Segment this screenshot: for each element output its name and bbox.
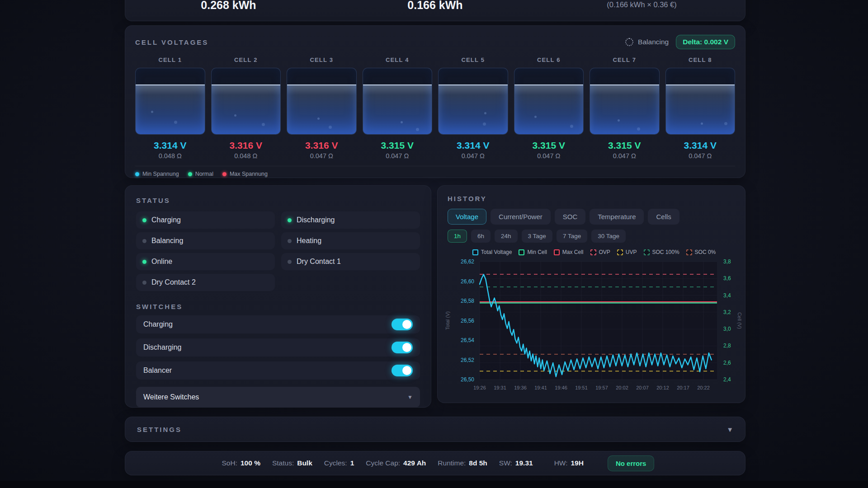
status-panel: STATUS ChargingDischargingBalancingHeati… — [125, 185, 431, 408]
more-switches-expander[interactable]: Weitere Switches ▼ — [136, 387, 420, 408]
tab-temperature[interactable]: Temperature — [590, 209, 644, 225]
cell-legend: Min SpannungNormalMax Spannung — [135, 166, 735, 177]
footer-stat-value: Bulk — [297, 459, 312, 467]
cell-item: CELL 13.314 V0.048 Ω — [135, 56, 205, 160]
history-tabs: VoltageCurrent/PowerSOCTemperatureCells — [448, 209, 745, 225]
bubble — [484, 112, 486, 114]
range-1h[interactable]: 1h — [448, 230, 467, 243]
svg-text:19:36: 19:36 — [514, 385, 527, 390]
status-label: Dry Contact 2 — [151, 278, 196, 286]
chart-legend-item: UVP — [617, 249, 637, 255]
footer-stat: Cycles:1 — [324, 459, 354, 467]
status-grid: ChargingDischargingBalancingHeatingOnlin… — [136, 211, 420, 291]
cell-voltages-title: CELL VOLTAGES — [135, 38, 208, 46]
top-stat-col-1: 0.268 kWh — [125, 0, 332, 21]
legend-label: Normal — [195, 171, 213, 177]
svg-text:20:22: 20:22 — [697, 385, 710, 390]
svg-text:3,6: 3,6 — [723, 275, 731, 282]
top-stat-col-3: (0.166 kWh × 0.36 €) — [538, 0, 745, 21]
switch-label: Discharging — [143, 343, 181, 352]
cell-voltages-header: CELL VOLTAGES Balancing Delta: 0.002 V — [125, 26, 745, 49]
footer-stat-label: SoH: — [222, 459, 237, 467]
cell-resistance: 0.047 Ω — [514, 152, 584, 160]
chart-legend-item: OVP — [590, 249, 610, 255]
bubble — [262, 123, 265, 126]
cell-label: CELL 7 — [590, 56, 660, 63]
legend-item: Max Spannung — [222, 171, 268, 177]
top-stat-value: 0.268 kWh — [125, 0, 332, 12]
status-label: Balancing — [151, 237, 183, 245]
discharging-toggle[interactable] — [392, 342, 413, 353]
chart-legend-item: SOC 0% — [686, 249, 716, 255]
legend-swatch-icon — [617, 249, 623, 255]
svg-text:2,8: 2,8 — [723, 343, 731, 349]
legend-item: Min Spannung — [135, 171, 179, 177]
battery-liquid — [514, 84, 584, 134]
footer-stat-value: 1 — [350, 459, 354, 467]
cell-voltage: 3.314 V — [135, 140, 205, 151]
battery-fill-gauge — [514, 68, 584, 135]
cell-label: CELL 4 — [363, 56, 433, 63]
history-chart: 19:2619:3119:3619:4119:4619:5119:5720:02… — [438, 255, 745, 395]
settings-expander[interactable]: SETTINGS ▼ — [125, 417, 745, 441]
battery-fill-gauge — [363, 68, 433, 135]
status-item-heating: Heating — [281, 232, 420, 249]
battery-fill-gauge — [135, 68, 205, 135]
charging-toggle[interactable] — [392, 319, 413, 330]
range-24h[interactable]: 24h — [495, 230, 518, 243]
bubble — [483, 122, 486, 126]
battery-liquid — [363, 84, 432, 134]
history-panel: HISTORY VoltageCurrent/PowerSOCTemperatu… — [437, 185, 745, 403]
footer-stat: Runtime:8d 5h — [438, 459, 487, 467]
svg-text:19:46: 19:46 — [555, 385, 567, 390]
range-7-tage[interactable]: 7 Tage — [557, 230, 587, 243]
cell-voltage: 3.315 V — [590, 140, 660, 151]
tab-voltage[interactable]: Voltage — [448, 209, 486, 225]
bubble — [618, 119, 620, 122]
tab-soc[interactable]: SOC — [555, 209, 586, 225]
bubble — [234, 114, 236, 117]
range-3-tage[interactable]: 3 Tage — [522, 230, 552, 243]
svg-text:26,54: 26,54 — [461, 337, 474, 343]
bubble — [701, 122, 703, 125]
bubble — [151, 111, 153, 113]
battery-fill-gauge — [590, 68, 660, 135]
cell-resistance: 0.047 Ω — [287, 152, 357, 160]
toggle-knob — [402, 320, 411, 329]
bubble — [570, 125, 573, 128]
svg-text:3,2: 3,2 — [723, 309, 731, 315]
footer-stat-label: Cycle Cap: — [366, 459, 400, 467]
footer-stat: SoH:100 % — [222, 459, 260, 467]
tab-cells[interactable]: Cells — [648, 209, 679, 225]
status-title: STATUS — [136, 197, 420, 204]
range-6h[interactable]: 6h — [471, 230, 491, 243]
footer-stat-value: 19H — [571, 459, 584, 467]
cell-voltage: 3.315 V — [514, 140, 584, 151]
chart-legend-label: Min Cell — [527, 249, 547, 255]
bubble — [174, 121, 177, 124]
range-30-tage[interactable]: 30 Tage — [591, 230, 626, 243]
chart-legend: Total VoltageMin CellMax CellOVPUVPSOC 1… — [448, 249, 741, 255]
svg-text:26,56: 26,56 — [461, 318, 474, 324]
status-item-dry-contact-1: Dry Contact 1 — [281, 253, 420, 270]
top-stat-caption: (0.166 kWh × 0.36 €) — [538, 0, 745, 9]
switches-title: SWITCHES — [136, 303, 420, 310]
battery-fill-gauge — [211, 68, 281, 135]
bubble — [317, 117, 320, 120]
svg-text:20:07: 20:07 — [636, 385, 649, 390]
svg-text:26,50: 26,50 — [461, 376, 474, 383]
cell-resistance: 0.048 Ω — [135, 152, 205, 160]
cell-voltage: 3.315 V — [363, 140, 433, 151]
footer-stat-value: 100 % — [241, 459, 260, 467]
chart-legend-item: SOC 100% — [644, 249, 679, 255]
cell-item: CELL 33.316 V0.047 Ω — [287, 56, 357, 160]
svg-text:3,4: 3,4 — [723, 292, 731, 299]
cell-item: CELL 43.315 V0.047 Ω — [363, 56, 433, 160]
top-stats-panel: 0.268 kWh 0.166 kWh (0.166 kWh × 0.36 €) — [125, 0, 745, 21]
footer-stat-label: Status: — [272, 459, 294, 467]
balancer-toggle[interactable] — [392, 365, 413, 376]
tab-current-power[interactable]: Current/Power — [491, 209, 551, 225]
bubble — [329, 126, 332, 129]
chart-legend-label: OVP — [599, 249, 610, 255]
status-dot-icon — [142, 281, 146, 285]
